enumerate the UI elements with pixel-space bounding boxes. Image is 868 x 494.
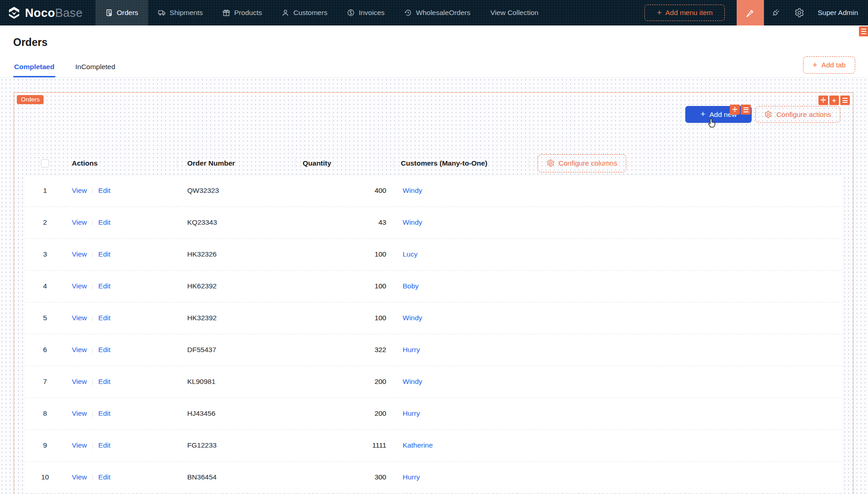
plugin-manager-button[interactable] xyxy=(770,7,781,18)
nav-item-invoices[interactable]: Invoices xyxy=(337,0,394,25)
add-new-button[interactable]: + Add new xyxy=(685,106,752,123)
row-index: 1 xyxy=(25,175,65,207)
configure-columns-button[interactable]: Configure columns xyxy=(538,154,626,172)
edit-link[interactable]: Edit xyxy=(98,282,110,290)
empty-cell xyxy=(529,175,638,207)
view-link[interactable]: View xyxy=(72,346,87,353)
order-number-cell: KQ23343 xyxy=(177,207,295,238)
empty-cell xyxy=(529,461,638,493)
row-actions-cell: ViewEdit xyxy=(65,461,177,493)
nav-item-shipments[interactable]: Shipments xyxy=(148,0,213,25)
file-icon xyxy=(105,9,113,16)
plus-icon: + xyxy=(813,60,818,70)
nav-item-customers[interactable]: Customers xyxy=(272,0,337,25)
order-number-cell: DF55437 xyxy=(177,334,295,366)
edit-link[interactable]: Edit xyxy=(98,250,110,258)
page-designer-menu-button[interactable] xyxy=(859,26,868,36)
main-menu: Orders Shipments Products Customers Invo… xyxy=(95,0,549,25)
column-header-quantity[interactable]: Quantity xyxy=(295,152,394,175)
drag-handle-icon[interactable] xyxy=(818,96,828,105)
empty-cell xyxy=(529,207,638,238)
edit-link[interactable]: Edit xyxy=(98,218,110,226)
nav-item-orders[interactable]: Orders xyxy=(95,0,148,25)
empty-cell xyxy=(638,429,842,461)
view-link[interactable]: View xyxy=(72,473,87,481)
column-header-order-number[interactable]: Order Number xyxy=(177,152,295,175)
customer-link[interactable]: Katherine xyxy=(403,441,433,449)
empty-cell xyxy=(638,207,842,238)
edit-link[interactable]: Edit xyxy=(98,378,110,385)
view-link[interactable]: View xyxy=(72,250,87,258)
select-all-checkbox[interactable] xyxy=(41,159,49,167)
edit-link[interactable]: Edit xyxy=(98,346,110,353)
view-link[interactable]: View xyxy=(72,218,87,226)
tab-incompleted[interactable]: InCompleted xyxy=(75,56,116,77)
view-link[interactable]: View xyxy=(72,378,87,385)
column-header-actions[interactable]: Actions xyxy=(65,152,177,175)
customer-link[interactable]: Boby xyxy=(403,282,419,290)
nocobase-logo[interactable]: NocoBase xyxy=(0,0,95,25)
order-number-cell: KL90981 xyxy=(177,366,295,398)
edit-link[interactable]: Edit xyxy=(98,473,110,481)
action-menu-icon[interactable] xyxy=(741,105,751,115)
nav-item-label: Products xyxy=(234,9,262,17)
nav-item-view-collection[interactable]: View Collection xyxy=(480,0,549,25)
brand-light: Base xyxy=(55,6,82,20)
block-menu-icon[interactable] xyxy=(840,96,850,105)
customer-link[interactable]: Windy xyxy=(403,218,422,226)
row-actions-cell: ViewEdit xyxy=(65,334,177,366)
customer-cell: Windy xyxy=(394,207,529,238)
mouse-cursor xyxy=(706,117,718,129)
table-row: 3 ViewEdit HK32326 100 Lucy xyxy=(25,238,842,270)
add-menu-item-button[interactable]: + Add menu item xyxy=(644,5,725,21)
nav-item-products[interactable]: Products xyxy=(213,0,272,25)
settings-button[interactable] xyxy=(794,7,805,18)
customer-link[interactable]: Windy xyxy=(403,378,422,385)
edit-link[interactable]: Edit xyxy=(98,314,110,322)
row-index: 5 xyxy=(25,302,65,334)
current-user-menu[interactable]: Super Admin xyxy=(811,9,868,17)
configure-actions-button[interactable]: Configure actions xyxy=(755,106,840,123)
ui-editor-toggle-button[interactable] xyxy=(737,0,764,25)
tab-completaed[interactable]: Completaed xyxy=(13,56,55,77)
gift-icon xyxy=(223,9,230,16)
customer-cell: Lucy xyxy=(394,238,529,270)
table-row: 5 ViewEdit HK32392 100 Windy xyxy=(25,302,842,334)
edit-link[interactable]: Edit xyxy=(98,409,110,417)
customer-link[interactable]: Windy xyxy=(403,187,422,194)
action-divider xyxy=(92,315,93,322)
view-link[interactable]: View xyxy=(72,409,87,417)
dollar-circle-icon xyxy=(347,9,354,16)
customer-link[interactable]: Lucy xyxy=(403,250,418,258)
customer-link[interactable]: Hurry xyxy=(403,473,420,481)
add-block-icon[interactable]: + xyxy=(829,96,839,105)
block-designer-toolbar: + xyxy=(818,96,850,105)
gear-icon xyxy=(764,111,772,118)
drag-handle-icon[interactable] xyxy=(730,105,740,115)
view-link[interactable]: View xyxy=(72,187,87,194)
edit-link[interactable]: Edit xyxy=(98,187,110,194)
nav-item-wholesaleorders[interactable]: WholesaleOrders xyxy=(394,0,480,25)
add-tab-button[interactable]: + Add tab xyxy=(803,56,855,74)
action-divider xyxy=(92,443,93,449)
configure-actions-label: Configure actions xyxy=(776,111,831,119)
row-index: 10 xyxy=(25,461,65,493)
action-divider xyxy=(92,347,93,353)
order-number-cell: BN36454 xyxy=(177,461,295,493)
edit-link[interactable]: Edit xyxy=(98,441,110,449)
quantity-cell: 43 xyxy=(295,207,394,238)
quantity-cell: 100 xyxy=(295,270,394,302)
view-link[interactable]: View xyxy=(72,441,87,449)
customer-link[interactable]: Hurry xyxy=(403,409,420,417)
column-header-customers[interactable]: Customers (Many-to-One) xyxy=(394,152,529,175)
order-number-cell: HK32326 xyxy=(177,238,295,270)
select-all-header-cell xyxy=(25,152,65,175)
empty-cell xyxy=(638,461,842,493)
quantity-cell: 1111 xyxy=(295,429,394,461)
customer-link[interactable]: Hurry xyxy=(403,346,420,353)
view-link[interactable]: View xyxy=(72,282,87,290)
nav-item-label: Shipments xyxy=(170,9,203,17)
table-row: 7 ViewEdit KL90981 200 Windy xyxy=(25,366,842,398)
customer-link[interactable]: Windy xyxy=(403,314,422,322)
view-link[interactable]: View xyxy=(72,314,87,322)
